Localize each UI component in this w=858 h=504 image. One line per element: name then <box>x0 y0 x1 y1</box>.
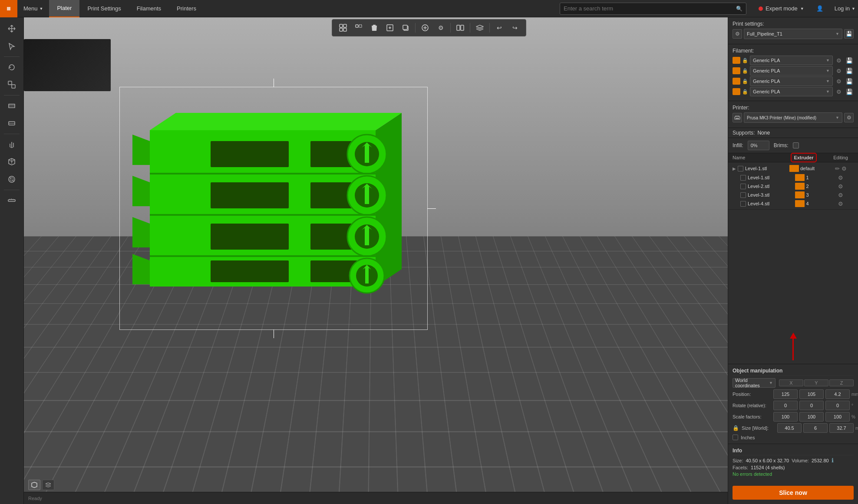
brim-checkbox[interactable] <box>793 142 799 148</box>
menu-button[interactable]: Menu ▼ <box>17 0 49 17</box>
settings-icon[interactable]: ⚙ <box>842 165 847 172</box>
filament-dropdown-1[interactable]: Generic PLA ▼ <box>750 56 833 65</box>
filament-save-1[interactable]: 💾 <box>845 56 854 65</box>
settings-icon-4[interactable]: ⚙ <box>838 201 843 207</box>
position-row: Position: mm <box>733 389 854 399</box>
ruler-tool[interactable] <box>3 193 20 208</box>
col-extruder-header[interactable]: Extruder <box>780 155 828 160</box>
child-checkbox-1[interactable] <box>740 175 746 181</box>
position-y-input[interactable] <box>799 389 824 399</box>
filament-save-3[interactable]: 💾 <box>845 77 854 86</box>
settings-button[interactable]: ⚙ <box>433 21 448 34</box>
scale-y-input[interactable] <box>799 412 824 422</box>
tab-print-settings[interactable]: Print Settings <box>79 0 129 17</box>
svg-rect-5 <box>356 25 358 27</box>
scale-tool[interactable] <box>3 77 20 92</box>
tab-filaments[interactable]: Filaments <box>129 0 169 17</box>
viewport[interactable] <box>24 17 728 504</box>
tab-plater[interactable]: Plater <box>49 0 79 17</box>
print-profile-dropdown[interactable]: Full_Pipeline_T1 ▼ <box>744 29 842 39</box>
size-unit: mm <box>855 426 858 431</box>
rotate-x-input[interactable] <box>773 401 798 410</box>
edit-icon[interactable]: ✏ <box>835 165 840 172</box>
object-child-row-2[interactable]: Level-2.stl 2 ⚙ <box>733 182 854 191</box>
search-input[interactable] <box>564 5 734 12</box>
position-inputs <box>773 389 850 399</box>
filament-settings-3[interactable]: ⚙ <box>835 77 843 86</box>
color-picker-tool[interactable] <box>3 171 20 187</box>
size-z-input[interactable] <box>829 423 854 433</box>
copy-button[interactable] <box>398 21 413 34</box>
rotate-y-input[interactable] <box>799 401 824 410</box>
export-button[interactable] <box>383 21 397 34</box>
printer-icon[interactable] <box>733 113 742 122</box>
inches-checkbox[interactable] <box>733 435 738 440</box>
login-button[interactable]: Log in ▼ <box>832 3 858 13</box>
add-part-button[interactable] <box>418 21 432 34</box>
print-settings-save-icon[interactable]: 💾 <box>844 29 854 39</box>
layers-button[interactable] <box>472 21 487 34</box>
object-parent-row[interactable]: ▶ Level-1.stl default ✏ ⚙ <box>733 164 854 173</box>
position-x-input[interactable] <box>773 389 798 399</box>
filament-settings-2[interactable]: ⚙ <box>835 66 843 75</box>
printer-dropdown[interactable]: Prusa MK3 Printer (Mine) (modified) ▼ <box>744 112 842 123</box>
settings-icon-3[interactable]: ⚙ <box>838 192 843 198</box>
search-box: 🔍 <box>560 3 746 15</box>
add-object-button[interactable] <box>336 21 350 34</box>
info-icon[interactable]: ℹ <box>832 457 834 464</box>
size-y-input[interactable] <box>803 423 828 433</box>
child-checkbox-3[interactable] <box>740 192 746 198</box>
3d-object[interactable] <box>124 78 419 313</box>
expert-mode-button[interactable]: Expert mode ▼ <box>755 3 808 13</box>
layers-view-icon[interactable] <box>42 480 54 490</box>
rotate-tool[interactable] <box>3 59 20 75</box>
child-checkbox-2[interactable] <box>740 184 746 189</box>
rotate-z-input[interactable] <box>825 401 850 410</box>
filament-dropdown-3[interactable]: Generic PLA ▼ <box>750 76 833 86</box>
object-checkbox[interactable] <box>738 166 743 171</box>
z-header: Z <box>829 379 854 386</box>
filament-row-3: 🔒 Generic PLA ▼ ⚙ 💾 <box>733 76 854 86</box>
child-checkbox-4[interactable] <box>740 201 746 207</box>
size-row: 🔒 Size [World]: mm <box>733 423 854 433</box>
expand-icon[interactable]: ▶ <box>733 166 736 171</box>
move-tool[interactable] <box>3 21 20 36</box>
paint-tool[interactable] <box>3 115 20 131</box>
coord-system-dropdown[interactable]: World coordinates ▼ <box>733 378 776 388</box>
undo-button[interactable]: ↩ <box>492 21 507 34</box>
slice-now-button[interactable]: Slice now <box>733 486 854 500</box>
object-child-row-3[interactable]: Level-3.stl 3 ⚙ <box>733 191 854 199</box>
printer-settings-icon[interactable]: ⚙ <box>844 113 854 122</box>
cut-tool[interactable] <box>3 98 20 114</box>
scale-z-input[interactable] <box>825 412 850 422</box>
delete-button[interactable] <box>367 21 382 34</box>
object-child-row-1[interactable]: Level-1.stl 1 ⚙ <box>733 173 854 182</box>
select-tool[interactable] <box>3 38 20 54</box>
tab-printers[interactable]: Printers <box>169 0 204 17</box>
lock-icon[interactable]: 🔒 <box>733 425 739 431</box>
infill-value[interactable]: 0% <box>748 141 769 150</box>
user-account-button[interactable]: 👤 <box>814 3 826 13</box>
size-x-input[interactable] <box>777 423 802 433</box>
scale-x-input[interactable] <box>773 412 798 422</box>
filament-settings-1[interactable]: ⚙ <box>835 56 843 65</box>
3d-view-button[interactable] <box>3 154 20 170</box>
position-z-input[interactable] <box>825 389 850 399</box>
3d-view-icon[interactable] <box>28 480 40 490</box>
logo-button[interactable] <box>0 0 17 17</box>
chevron-down-icon: ▼ <box>851 7 855 11</box>
settings-icon-1[interactable]: ⚙ <box>838 175 843 181</box>
filament-dropdown-2[interactable]: Generic PLA ▼ <box>750 66 833 76</box>
print-settings-icon[interactable]: ⚙ <box>733 29 742 39</box>
settings-icon-2[interactable]: ⚙ <box>838 183 843 190</box>
support-paint-tool[interactable] <box>3 137 20 152</box>
split-button[interactable] <box>453 21 468 34</box>
filament-save-4[interactable]: 💾 <box>845 87 854 96</box>
filament-settings-4[interactable]: ⚙ <box>835 87 843 96</box>
redo-button[interactable]: ↪ <box>508 21 522 34</box>
svg-rect-40 <box>736 118 739 119</box>
filament-dropdown-4[interactable]: Generic PLA ▼ <box>750 87 833 96</box>
filament-save-2[interactable]: 💾 <box>845 66 854 75</box>
arrange-button[interactable] <box>351 21 366 34</box>
object-child-row-4[interactable]: Level-4.stl 4 ⚙ <box>733 199 854 208</box>
